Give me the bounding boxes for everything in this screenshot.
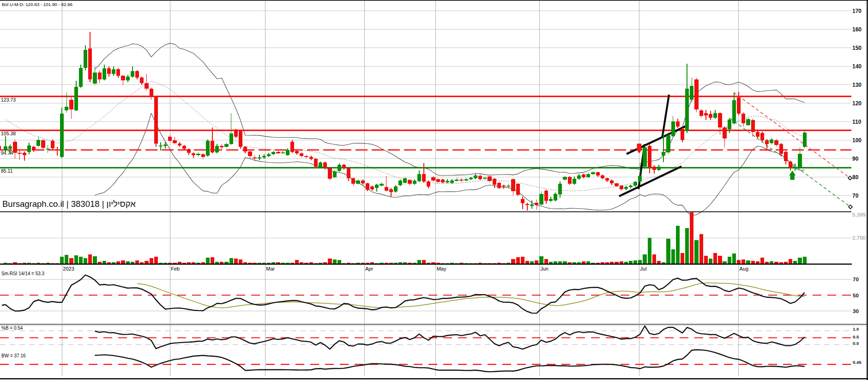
svg-text:0.0: 0.0	[853, 341, 859, 346]
svg-text:2,700: 2,700	[852, 235, 866, 241]
svg-text:160: 160	[852, 26, 862, 33]
svg-text:BW = 37.16: BW = 37.16	[1, 353, 26, 358]
svg-text:%B = 0.54: %B = 0.54	[1, 326, 23, 331]
svg-text:130: 130	[852, 82, 862, 88]
svg-text:May: May	[437, 266, 446, 271]
svg-text:Bursagraph.co.il | 383018 | אק: Bursagraph.co.il | 383018 | אקסיליון	[2, 199, 136, 209]
svg-text:30: 30	[853, 308, 859, 314]
svg-text:110: 110	[852, 119, 862, 125]
svg-text:150: 150	[852, 45, 862, 51]
svg-text:90: 90	[852, 156, 859, 162]
svg-text:Sm.RSI 14/14 = 53.3: Sm.RSI 14/14 = 53.3	[1, 271, 45, 276]
svg-text:170: 170	[852, 8, 862, 14]
svg-text:0.45: 0.45	[853, 360, 862, 365]
svg-text:1.0: 1.0	[853, 326, 859, 332]
svg-text:Apr: Apr	[365, 266, 373, 271]
svg-text:Aug: Aug	[740, 266, 749, 271]
svg-text:50: 50	[853, 293, 859, 298]
svg-text:120: 120	[852, 100, 862, 107]
svg-text:100: 100	[852, 137, 862, 144]
svg-text:Bol U-M-D: 120.83 - 101.90 - 8: Bol U-M-D: 120.83 - 101.90 - 82.96	[2, 2, 73, 7]
svg-text:140: 140	[852, 63, 862, 70]
svg-text:80: 80	[852, 174, 859, 181]
svg-text:Jul: Jul	[640, 266, 646, 271]
svg-text:85.11: 85.11	[1, 168, 13, 174]
svg-text:94.74: 94.74	[1, 150, 13, 156]
svg-text:5,399: 5,399	[852, 212, 866, 217]
svg-text:Jun: Jun	[540, 266, 549, 271]
svg-text:0.5: 0.5	[853, 334, 859, 339]
svg-text:70: 70	[853, 277, 859, 282]
svg-text:105.38: 105.38	[1, 131, 16, 136]
svg-text:Mar: Mar	[266, 266, 275, 271]
svg-text:123.73: 123.73	[1, 97, 16, 103]
svg-text:Feb: Feb	[171, 266, 180, 271]
svg-text:70: 70	[852, 193, 859, 199]
svg-text:2023: 2023	[63, 266, 74, 271]
